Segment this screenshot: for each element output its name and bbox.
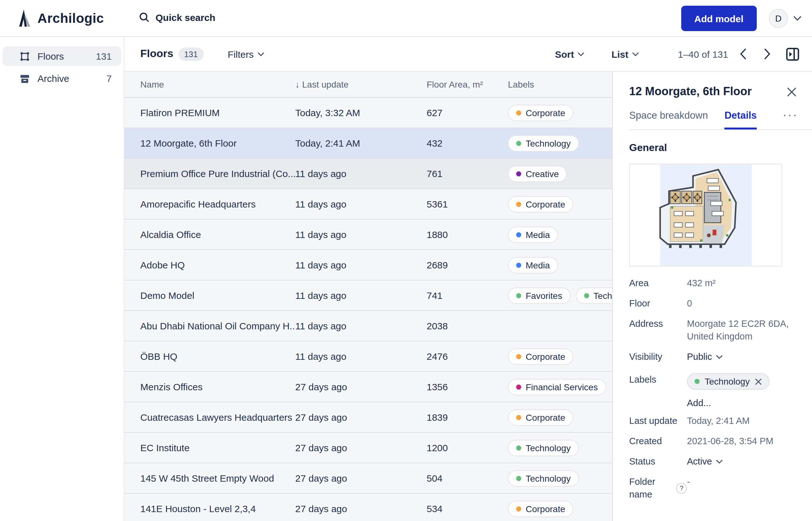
label-dot bbox=[516, 354, 521, 359]
help-icon[interactable]: ? bbox=[676, 483, 687, 493]
pagination-range: 1–40 of 131 bbox=[678, 48, 728, 59]
floors-count-badge: 131 bbox=[178, 47, 203, 61]
screen: Archilogic Quick search Add model D bbox=[0, 0, 812, 521]
field-visibility-label: Visibility bbox=[629, 350, 687, 363]
panel-title: 12 Moorgate, 6th Floor bbox=[629, 85, 752, 98]
label-dot bbox=[516, 263, 521, 268]
view-dropdown[interactable]: List bbox=[611, 48, 638, 59]
field-floor-label: Floor bbox=[629, 297, 687, 310]
column-floor-area[interactable]: Floor Area, m² bbox=[426, 79, 508, 89]
table-row[interactable]: ÖBB HQ 11 days ago 2476 Corporate bbox=[125, 341, 612, 372]
table-row[interactable]: Cuatrecasas Lawyers Headquarters 27 days… bbox=[125, 402, 612, 433]
sort-desc-icon: ↓ bbox=[295, 79, 300, 89]
field-created-label: Created bbox=[629, 435, 687, 447]
column-name[interactable]: Name bbox=[140, 79, 295, 89]
table-row[interactable]: Alcaldia Office 11 days ago 1880 Media bbox=[125, 220, 612, 250]
tab-space-breakdown[interactable]: Space breakdown bbox=[629, 110, 708, 130]
label-chip: Technology bbox=[508, 439, 579, 456]
prev-page-button[interactable] bbox=[733, 44, 752, 64]
filters-dropdown[interactable]: Filters bbox=[227, 48, 264, 59]
field-address-value: Moorgate 12 EC2R 6DA, United Kingdom bbox=[687, 317, 797, 343]
table-row[interactable]: Amorepacific Headquarters 11 days ago 53… bbox=[125, 189, 612, 220]
table-row[interactable]: 141E Houston - Level 2,3,4 27 days ago 5… bbox=[125, 494, 612, 521]
topbar-right: Add model D bbox=[681, 0, 801, 37]
label-chip: Technology bbox=[508, 470, 579, 486]
table-row[interactable]: 145 W 45th Street Empty Wood 27 days ago… bbox=[125, 463, 612, 494]
label-chip: Creative bbox=[508, 165, 567, 182]
add-model-button[interactable]: Add model bbox=[681, 6, 757, 31]
field-folder-label: Folder name ? bbox=[629, 475, 687, 501]
label-dot bbox=[516, 445, 521, 450]
table-row[interactable]: 12 Moorgate, 6th Floor Today, 2:41 AM 43… bbox=[125, 128, 612, 159]
sidebar-item-floors[interactable]: Floors 131 bbox=[3, 46, 121, 66]
label-dot bbox=[516, 171, 521, 176]
remove-label-icon[interactable] bbox=[755, 378, 762, 385]
label-chip: Media bbox=[508, 257, 558, 273]
floor-plan-thumbnail[interactable] bbox=[629, 164, 782, 267]
field-last-update-label: Last update bbox=[629, 414, 687, 427]
label-chip: Technology bbox=[508, 135, 579, 151]
column-labels[interactable]: Labels bbox=[508, 79, 612, 89]
toggle-panel-icon[interactable] bbox=[783, 44, 802, 64]
label-chip: Corporate bbox=[508, 409, 574, 426]
list-toolbar: Floors 131 Filters Sort List 1–40 of 131 bbox=[125, 37, 812, 71]
table-row[interactable]: Flatiron PREMIUM Today, 3:32 AM 627 Corp… bbox=[125, 98, 612, 128]
detail-panel: 12 Moorgate, 6th Floor Space breakdown D… bbox=[612, 72, 812, 521]
status-dropdown[interactable]: Active bbox=[687, 455, 797, 468]
label-dot bbox=[516, 384, 521, 389]
label-chip: Media bbox=[508, 226, 558, 243]
label-dot bbox=[516, 476, 521, 481]
user-menu[interactable]: D bbox=[769, 9, 801, 28]
panel-tabs: Space breakdown Details ··· bbox=[629, 109, 812, 130]
next-page-button[interactable] bbox=[758, 44, 776, 64]
table-row[interactable]: EC Institute 27 days ago 1200 Technology bbox=[125, 433, 612, 463]
tab-details[interactable]: Details bbox=[724, 110, 757, 130]
chevron-down-icon bbox=[578, 52, 584, 56]
sidebar-floors-label: Floors bbox=[38, 51, 64, 62]
label-dot bbox=[584, 293, 589, 298]
more-options-icon[interactable]: ··· bbox=[783, 109, 798, 130]
search-icon bbox=[138, 12, 150, 23]
table-row[interactable]: Adobe HQ 11 days ago 2689 Media bbox=[125, 250, 612, 280]
label-chip: Corporate bbox=[508, 196, 574, 212]
label-chip: Technology bbox=[575, 287, 612, 304]
logo[interactable]: Archilogic bbox=[17, 9, 104, 27]
sidebar-item-archive[interactable]: Archive 7 bbox=[3, 69, 121, 88]
table-row[interactable]: Premium Office Pure Industrial (Co... 11… bbox=[125, 159, 612, 189]
field-address-label: Address bbox=[629, 317, 687, 330]
field-labels-label: Labels bbox=[629, 373, 687, 386]
field-floor-value: 0 bbox=[687, 297, 797, 310]
table-row[interactable]: Menzis Offices 27 days ago 1356 Financia… bbox=[125, 372, 612, 402]
label-dot bbox=[516, 232, 521, 237]
field-area-label: Area bbox=[629, 277, 687, 289]
visibility-dropdown[interactable]: Public bbox=[687, 350, 797, 363]
label-dot bbox=[516, 415, 521, 420]
field-status-label: Status bbox=[629, 455, 687, 468]
floors-table: Name ↓ Last update Floor Area, m² Labels… bbox=[125, 72, 612, 521]
add-label-link[interactable]: Add... bbox=[687, 398, 797, 408]
section-general: General bbox=[629, 142, 797, 154]
sidebar-archive-label: Archive bbox=[38, 73, 69, 84]
chevron-down-icon bbox=[716, 355, 722, 359]
quick-search[interactable]: Quick search bbox=[138, 12, 215, 23]
page-title: Floors bbox=[140, 48, 173, 60]
chevron-down-icon bbox=[716, 459, 722, 463]
label-chip-technology[interactable]: Technology bbox=[687, 373, 769, 390]
table-row[interactable]: Demo Model 11 days ago 741 FavoritesTech… bbox=[125, 280, 612, 311]
detail-fields: Area 432 m² Floor 0 Address Moorgate 12 … bbox=[629, 277, 797, 501]
floors-icon bbox=[19, 50, 30, 62]
column-last-update[interactable]: ↓ Last update bbox=[295, 79, 426, 89]
field-last-update-value: Today, 2:41 AM bbox=[687, 414, 797, 427]
archive-icon bbox=[19, 73, 30, 84]
avatar[interactable]: D bbox=[769, 9, 788, 28]
field-created-value: 2021-06-28, 3:54 PM bbox=[687, 435, 797, 447]
label-dot bbox=[695, 379, 700, 384]
table-row[interactable]: Abu Dhabi National Oil Company H... 11 d… bbox=[125, 311, 612, 341]
sidebar-floors-count: 131 bbox=[96, 51, 112, 62]
sidebar: Floors 131 Archive 7 bbox=[0, 37, 125, 521]
label-dot bbox=[516, 140, 521, 145]
label-dot bbox=[516, 506, 521, 511]
sort-dropdown[interactable]: Sort bbox=[555, 48, 584, 59]
top-bar: Archilogic Quick search Add model D bbox=[0, 0, 812, 37]
close-icon[interactable] bbox=[787, 87, 797, 97]
